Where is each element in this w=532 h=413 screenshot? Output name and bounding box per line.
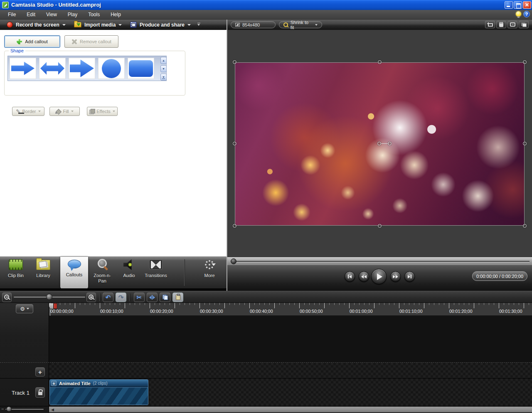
- timeline-horizontal-scrollbar[interactable]: ◀: [49, 406, 532, 413]
- redo-button[interactable]: ↷: [116, 293, 126, 302]
- redo-icon: ↷: [118, 294, 124, 300]
- restore-button[interactable]: [514, 1, 522, 9]
- fill-button[interactable]: Fill: [49, 107, 80, 116]
- resize-handle-top-middle[interactable]: [378, 60, 382, 64]
- detach-button[interactable]: [519, 21, 529, 28]
- fill-label: Fill: [63, 109, 69, 114]
- tab-library-label: Library: [36, 273, 50, 278]
- paint-bucket-icon: [56, 109, 61, 114]
- playhead-flag[interactable]: [49, 303, 53, 309]
- timeline-clip-animated-title[interactable]: + Animated Title (2 clips): [49, 379, 148, 405]
- crop-button[interactable]: [485, 21, 495, 28]
- tab-library[interactable]: Library: [30, 258, 57, 288]
- help-icon[interactable]: ?: [523, 11, 530, 17]
- menu-edit[interactable]: Edit: [22, 10, 40, 19]
- rotation-handle[interactable]: [388, 142, 392, 145]
- menu-view[interactable]: View: [42, 10, 62, 19]
- timeline-zoom-slider-handle[interactable]: [46, 294, 52, 300]
- track-height-slider-handle[interactable]: [6, 406, 12, 412]
- border-button[interactable]: ✎ Border: [12, 107, 44, 116]
- seek-track[interactable]: [231, 261, 530, 262]
- tab-transitions-label: Transitions: [145, 273, 167, 278]
- menu-play[interactable]: Play: [63, 10, 82, 19]
- produce-label: Produce and share: [140, 22, 185, 28]
- rounded-rect-shape-icon: [129, 60, 153, 77]
- more-dots-icon: [204, 259, 215, 270]
- resize-handle-top-right[interactable]: [523, 60, 527, 64]
- timeline-ruler[interactable]: 00:00:00;00 00:00:10;00 00:00:20;00 00:0…: [49, 303, 532, 316]
- tab-callouts[interactable]: Callouts: [60, 257, 88, 289]
- tab-audio[interactable]: Audio: [118, 258, 140, 288]
- shape-double-arrow[interactable]: [39, 58, 66, 79]
- timeline-zoom-in-button[interactable]: [86, 293, 96, 302]
- seek-bar[interactable]: [227, 257, 532, 265]
- effects-button[interactable]: Effects: [87, 107, 118, 116]
- record-screen-button[interactable]: Record the screen: [7, 20, 66, 30]
- clip-expand-button[interactable]: +: [51, 381, 57, 386]
- rewind-button[interactable]: [359, 271, 369, 282]
- shape-list: ▲ ▼ ▼: [7, 56, 167, 81]
- fullscreen-button[interactable]: [507, 21, 517, 28]
- next-frame-button[interactable]: [404, 271, 415, 282]
- shape-circle[interactable]: [98, 58, 125, 79]
- app-icon[interactable]: [2, 2, 9, 8]
- scissors-icon: ✂: [137, 294, 142, 300]
- playhead-marker[interactable]: [54, 303, 57, 309]
- add-callout-button[interactable]: Add callout: [4, 35, 60, 48]
- scroll-page-down-button[interactable]: ▼: [160, 74, 167, 81]
- chevron-down-icon: [187, 24, 191, 26]
- undo-button[interactable]: ↶: [103, 293, 113, 302]
- view-zoom-dropdown[interactable]: Shrink to fit: [279, 21, 322, 28]
- resize-handle-middle-left[interactable]: [233, 142, 236, 145]
- previous-frame-button[interactable]: [345, 271, 355, 282]
- toolbar-overflow-button[interactable]: [197, 23, 201, 27]
- menu-help[interactable]: Help: [106, 10, 126, 19]
- split-button[interactable]: [147, 293, 158, 302]
- produce-share-button[interactable]: Produce and share: [130, 20, 191, 30]
- tab-zoom-n-pan[interactable]: Zoom-n-Pan: [88, 258, 116, 288]
- cut-button[interactable]: ✂: [134, 293, 145, 302]
- shape-right-arrow[interactable]: [10, 58, 36, 79]
- pan-button[interactable]: [496, 21, 506, 28]
- play-button[interactable]: [371, 269, 387, 284]
- double-arrow-shape-icon: [40, 60, 64, 77]
- canvas-size-button[interactable]: 854x480: [231, 21, 276, 28]
- chevron-down-icon: [38, 111, 41, 112]
- fast-forward-button[interactable]: [390, 271, 401, 282]
- timeline-settings-button[interactable]: ⚙: [16, 304, 33, 313]
- copy-icon: [163, 295, 168, 300]
- minimize-button[interactable]: [505, 1, 513, 9]
- remove-callout-button[interactable]: Remove callout: [64, 35, 118, 48]
- menu-tools[interactable]: Tools: [84, 10, 104, 19]
- tab-transitions[interactable]: Transitions: [140, 258, 171, 288]
- scroll-up-button[interactable]: ▲: [160, 57, 167, 64]
- seek-handle[interactable]: [231, 258, 236, 264]
- canvas-media-image[interactable]: [235, 62, 525, 226]
- crop-icon: [488, 22, 492, 27]
- track-height-slider: −: [0, 406, 49, 413]
- resize-handle-bottom-right[interactable]: [523, 224, 527, 228]
- shape-rounded-rect[interactable]: [128, 58, 154, 79]
- close-button[interactable]: ✕: [523, 1, 531, 9]
- resize-handle-top-left[interactable]: [233, 60, 236, 64]
- track-1-lane: + Animated Title (2 clips): [49, 379, 532, 406]
- menu-file[interactable]: File: [3, 10, 20, 19]
- add-track-button[interactable]: +: [35, 367, 45, 376]
- tab-clip-bin[interactable]: Clip Bin: [2, 258, 29, 288]
- tab-more[interactable]: More: [193, 258, 226, 288]
- scroll-down-button[interactable]: ▼: [160, 65, 167, 72]
- paste-button[interactable]: [172, 293, 183, 302]
- resize-handle-bottom-middle[interactable]: [378, 224, 382, 228]
- timeline-zoom-out-button[interactable]: [2, 293, 12, 302]
- tip-lightbulb-icon[interactable]: [516, 11, 521, 17]
- import-media-button[interactable]: Import media: [74, 20, 122, 30]
- copy-button[interactable]: [160, 293, 170, 302]
- track-lock-button[interactable]: [35, 387, 45, 398]
- shape-right-arrow-2[interactable]: [69, 58, 95, 79]
- callouts-balloon-icon: [68, 260, 81, 268]
- center-handle[interactable]: [377, 142, 381, 145]
- resize-handle-bottom-left[interactable]: [233, 224, 236, 228]
- camtasia-studio-window: Camtasia Studio - Untitled.camproj ✕ Fil…: [0, 0, 532, 413]
- resize-handle-middle-right[interactable]: [523, 142, 527, 145]
- right-arrow-2-shape-icon: [70, 59, 94, 78]
